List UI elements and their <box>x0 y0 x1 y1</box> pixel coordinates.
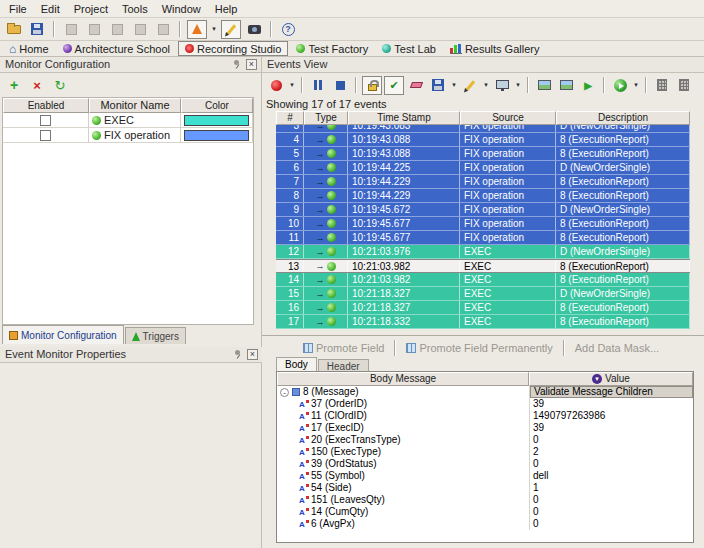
event-row[interactable]: 6 10:19:44.225 FIX operation D (NewOrder… <box>276 161 690 175</box>
lock-events-icon[interactable] <box>362 76 382 95</box>
play-icon[interactable] <box>610 76 630 95</box>
promote-field-button[interactable]: Promote Field <box>300 342 387 354</box>
add-data-mask-button[interactable]: Add Data Mask... <box>572 342 662 354</box>
cut-icon[interactable] <box>61 20 81 39</box>
message-field-row[interactable]: - 37 (OrderID) 39 <box>277 398 693 410</box>
recorder-tool-icon[interactable] <box>187 20 207 39</box>
menu-edit[interactable]: Edit <box>34 1 67 17</box>
menu-project[interactable]: Project <box>67 1 115 17</box>
column-value[interactable]: ▼ Value <box>529 372 693 386</box>
menu-file[interactable]: File <box>2 1 34 17</box>
message-field-row[interactable]: - 54 (Side) 1 <box>277 482 693 494</box>
event-row[interactable]: 4 10:19:43.088 FIX operation 8 (Executio… <box>276 133 690 147</box>
event-row[interactable]: 12 10:21:03.976 EXEC D (NewOrderSingle) <box>276 245 690 259</box>
clear-events-icon[interactable] <box>406 76 426 95</box>
redo-icon[interactable] <box>153 20 173 39</box>
event-row[interactable]: 8 10:19:44.229 FIX operation 8 (Executio… <box>276 189 690 203</box>
event-row[interactable]: 16 10:21:18.327 EXEC 8 (ExecutionReport) <box>276 301 690 315</box>
gallery-icon[interactable] <box>556 76 576 95</box>
edit-mode-icon[interactable] <box>221 20 241 39</box>
message-field-row[interactable]: - 8 (Message) Validate Message Children <box>277 386 693 398</box>
save-events-icon[interactable] <box>428 76 448 95</box>
tab-monitor-configuration[interactable]: Monitor Configuration <box>2 325 124 344</box>
column-body-message[interactable]: Body Message <box>277 372 529 386</box>
event-row[interactable]: 7 10:19:44.229 FIX operation 8 (Executio… <box>276 175 690 189</box>
refresh-monitors-icon[interactable]: ↻ <box>50 76 70 95</box>
record-dropdown-icon[interactable]: ▾ <box>288 81 296 89</box>
pause-icon[interactable] <box>308 76 328 95</box>
event-row[interactable]: 10 10:19:45.677 FIX operation 8 (Executi… <box>276 217 690 231</box>
event-row[interactable]: 9 10:19:45.672 FIX operation D (NewOrder… <box>276 203 690 217</box>
monitor-row[interactable]: EXEC <box>3 113 253 128</box>
building-alt-icon[interactable] <box>674 76 694 95</box>
save-dropdown-icon[interactable]: ▾ <box>450 81 458 89</box>
tab-results-gallery[interactable]: Results Gallery <box>444 41 546 56</box>
edit-dropdown-icon[interactable]: ▾ <box>482 81 490 89</box>
tab-home[interactable]: ⌂ Home <box>3 41 55 56</box>
promote-field-permanently-button[interactable]: Promote Field Permanently <box>403 342 555 354</box>
color-swatch[interactable] <box>184 115 249 126</box>
message-field-row[interactable]: - 55 (Symbol) dell <box>277 470 693 482</box>
accept-events-icon[interactable]: ✔ <box>384 76 404 95</box>
event-row[interactable]: 15 10:21:18.327 EXEC D (NewOrderSingle) <box>276 287 690 301</box>
column-type[interactable]: Type <box>304 111 348 125</box>
pin-icon[interactable] <box>233 349 244 360</box>
message-field-row[interactable]: - 14 (CumQty) 0 <box>277 506 693 518</box>
close-panel-icon[interactable]: × <box>247 349 258 360</box>
snapshot-icon[interactable] <box>244 20 264 39</box>
column-time-stamp[interactable]: Time Stamp <box>348 111 460 125</box>
forward-icon[interactable]: ▶ <box>578 76 598 95</box>
tab-triggers[interactable]: Triggers <box>125 327 186 344</box>
edit-events-icon[interactable] <box>460 76 480 95</box>
monitor-row[interactable]: FIX operation <box>3 128 253 143</box>
open-project-icon[interactable] <box>4 20 24 39</box>
enabled-checkbox[interactable] <box>40 115 51 126</box>
event-description: 8 (ExecutionReport) <box>556 260 690 272</box>
color-swatch[interactable] <box>184 130 249 141</box>
message-field-row[interactable]: - 6 (AvgPx) 0 <box>277 518 693 530</box>
menu-window[interactable]: Window <box>155 1 208 17</box>
message-field-row[interactable]: - 39 (OrdStatus) 0 <box>277 458 693 470</box>
display-dropdown-icon[interactable]: ▾ <box>514 81 522 89</box>
message-field-row[interactable]: - 11 (ClOrdID) 1490797263986 <box>277 410 693 422</box>
tab-test-factory[interactable]: Test Factory <box>290 41 374 56</box>
play-dropdown-icon[interactable]: ▾ <box>632 81 640 89</box>
tree-expander-icon[interactable]: - <box>280 388 289 397</box>
tab-body[interactable]: Body <box>276 357 317 372</box>
event-row[interactable]: 14 10:21:03.982 EXEC 8 (ExecutionReport) <box>276 273 690 287</box>
tab-architecture-school[interactable]: Architecture School <box>57 41 176 56</box>
save-icon[interactable] <box>27 20 47 39</box>
undo-icon[interactable] <box>130 20 150 39</box>
value-filter-icon[interactable]: ▼ <box>592 374 602 384</box>
column-description[interactable]: Description <box>556 111 690 125</box>
event-row[interactable]: 17 10:21:18.332 EXEC 8 (ExecutionReport) <box>276 315 690 329</box>
column-number[interactable]: # <box>276 111 304 125</box>
event-row[interactable]: 3 10:19:43.083 FIX operation D (NewOrder… <box>276 125 690 133</box>
message-field-row[interactable]: - 20 (ExecTransType) 0 <box>277 434 693 446</box>
event-row[interactable]: 13 10:21:03.982 EXEC 8 (ExecutionReport) <box>276 259 690 273</box>
close-panel-icon[interactable]: × <box>246 59 257 70</box>
stop-icon[interactable] <box>330 76 350 95</box>
message-field-row[interactable]: - 17 (ExecID) 39 <box>277 422 693 434</box>
export-image-icon[interactable] <box>534 76 554 95</box>
help-icon[interactable]: ? <box>278 20 298 39</box>
message-field-row[interactable]: - 150 (ExecType) 2 <box>277 446 693 458</box>
menu-tools[interactable]: Tools <box>115 1 155 17</box>
add-monitor-icon[interactable]: + <box>4 76 24 95</box>
menu-help[interactable]: Help <box>208 1 245 17</box>
enabled-checkbox[interactable] <box>40 130 51 141</box>
column-source[interactable]: Source <box>460 111 556 125</box>
copy-icon[interactable] <box>84 20 104 39</box>
recorder-dropdown-icon[interactable]: ▾ <box>210 25 218 33</box>
tab-recording-studio[interactable]: Recording Studio <box>178 41 288 56</box>
event-row[interactable]: 5 10:19:43.088 FIX operation 8 (Executio… <box>276 147 690 161</box>
paste-icon[interactable] <box>107 20 127 39</box>
record-icon[interactable] <box>266 76 286 95</box>
message-field-row[interactable]: - 151 (LeavesQty) 0 <box>277 494 693 506</box>
display-options-icon[interactable] <box>492 76 512 95</box>
event-row[interactable]: 11 10:19:45.677 FIX operation 8 (Executi… <box>276 231 690 245</box>
tab-test-lab[interactable]: Test Lab <box>376 41 442 56</box>
delete-monitor-icon[interactable]: × <box>27 76 47 95</box>
pin-icon[interactable] <box>232 59 243 70</box>
building-icon[interactable] <box>652 76 672 95</box>
